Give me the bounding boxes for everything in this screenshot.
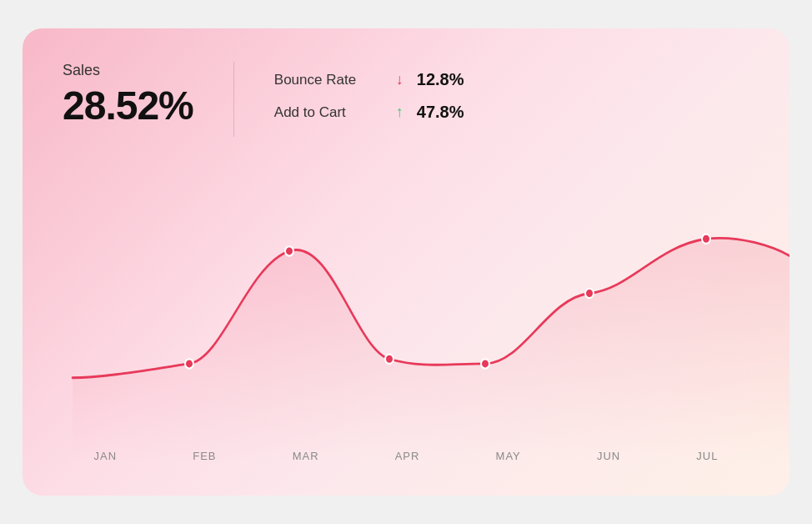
metric-row-cart: Add to Cart ↑ 47.8% xyxy=(274,103,464,122)
chart-fill xyxy=(73,238,789,462)
x-label-feb: FEB xyxy=(193,450,216,462)
point-apr xyxy=(385,355,393,364)
add-to-cart-label: Add to Cart xyxy=(274,104,383,121)
point-jul xyxy=(702,234,710,244)
chart-area: JAN FEB MAR APR MAY JUN JUL xyxy=(23,162,789,462)
sales-value: 28.52% xyxy=(63,83,193,128)
point-jan xyxy=(185,359,193,368)
x-label-mar: MAR xyxy=(293,450,319,462)
bounce-rate-value: 12.8% xyxy=(417,70,464,89)
point-mar xyxy=(285,246,293,255)
bounce-rate-label: Bounce Rate xyxy=(274,72,383,88)
x-label-jun: JUN xyxy=(597,450,620,462)
point-jun xyxy=(585,289,594,298)
sales-section: Sales 28.52% xyxy=(63,62,233,128)
add-to-cart-value: 47.8% xyxy=(417,103,464,122)
x-axis-labels: JAN FEB MAR APR MAY JUN JUL xyxy=(23,450,789,462)
sales-card: Sales 28.52% Bounce Rate ↓ 12.8% Add to … xyxy=(23,28,789,496)
x-label-may: MAY xyxy=(496,450,521,462)
bounce-rate-arrow-icon: ↓ xyxy=(396,71,403,88)
line-chart xyxy=(23,162,789,462)
add-to-cart-arrow-icon: ↑ xyxy=(396,103,403,121)
metrics-section: Bounce Rate ↓ 12.8% Add to Cart ↑ 47.8% xyxy=(274,62,464,122)
x-label-jan: JAN xyxy=(94,450,118,462)
sales-label: Sales xyxy=(63,62,193,79)
divider xyxy=(233,62,234,137)
header: Sales 28.52% Bounce Rate ↓ 12.8% Add to … xyxy=(63,62,749,137)
x-label-apr: APR xyxy=(395,450,420,462)
metric-row-bounce: Bounce Rate ↓ 12.8% xyxy=(274,70,464,89)
point-may xyxy=(481,359,489,368)
x-label-jul: JUL xyxy=(696,450,718,462)
